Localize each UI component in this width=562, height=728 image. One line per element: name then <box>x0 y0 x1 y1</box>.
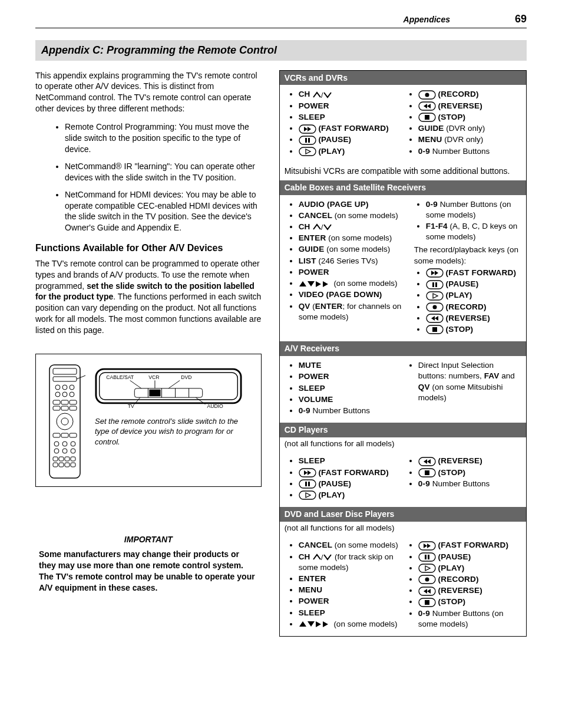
list-item: 0-9 Number Buttons <box>418 479 523 489</box>
ff-icon <box>418 541 436 551</box>
list-item: (PLAY) <box>418 563 523 574</box>
svg-point-8 <box>70 392 74 397</box>
list-item: MENU (DVR only) <box>418 134 523 145</box>
list-item: (STOP) <box>418 112 523 123</box>
ff-icon <box>299 124 316 134</box>
list-item: GUIDE (DVR only) <box>418 123 523 134</box>
svg-rect-62 <box>432 282 434 287</box>
list-item: (STOP) <box>418 597 523 607</box>
ch-up-down-icon: / <box>312 223 332 230</box>
svg-point-85 <box>425 578 429 582</box>
list-item: (REVERSE) <box>426 313 523 324</box>
svg-rect-73 <box>308 482 310 486</box>
func-list: Direct Input Selection buttons: numbers,… <box>403 360 523 417</box>
list-item: (FAST FORWARD) <box>299 123 403 134</box>
list-item: POWER <box>299 101 403 111</box>
list-item: (PAUSE) <box>426 279 523 289</box>
func-list: (FAST FORWARD) (PAUSE) (PLAY) (RECORD) (… <box>411 268 523 335</box>
list-item: POWER <box>299 267 411 278</box>
list-item: CH / <box>299 222 411 232</box>
list-item: 0-9 Number Buttons (on some models) <box>426 199 523 220</box>
panel-header: CD Players <box>280 423 526 437</box>
list-item: (STOP) <box>418 467 523 478</box>
svg-rect-88 <box>425 600 429 605</box>
svg-point-4 <box>62 385 67 390</box>
stop-icon <box>418 468 436 477</box>
list-item: (PLAY) <box>299 146 403 157</box>
list-item: CH / <box>299 89 403 100</box>
list-item: SLEEP <box>299 112 403 123</box>
list-item: (FAST FORWARD) <box>299 467 403 478</box>
list-item: (STOP) <box>426 324 523 335</box>
svg-rect-2 <box>53 377 77 381</box>
appendix-title: Appendix C: Programming the Remote Contr… <box>35 40 527 60</box>
ch-up-down-icon: / <box>312 554 332 561</box>
list-item: POWER <box>299 371 403 382</box>
svg-rect-61 <box>427 281 443 289</box>
list-item: F1-F4 (A, B, C, D keys on some models) <box>426 221 523 242</box>
list-item: NetCommand® IR "learning": You can opera… <box>65 161 262 183</box>
func-list: (REVERSE) (STOP)0-9 Number Buttons <box>403 455 523 501</box>
svg-rect-81 <box>425 555 427 559</box>
svg-rect-11 <box>70 400 77 404</box>
svg-rect-82 <box>428 555 429 559</box>
svg-rect-28 <box>65 457 70 461</box>
important-body: Some manufacturers may change their prod… <box>39 549 258 594</box>
svg-rect-69 <box>432 327 437 332</box>
pause-icon <box>299 479 316 489</box>
list-item: CANCEL (on some models) <box>299 540 403 551</box>
svg-rect-72 <box>305 482 307 486</box>
label-audio: AUDIO <box>207 403 223 409</box>
list-item: (PAUSE) <box>299 134 403 145</box>
svg-rect-29 <box>71 457 75 461</box>
panel-header: A/V Receivers <box>280 341 526 356</box>
slide-switch-icon: CABLE/SAT VCR DVD TV AUDIO <box>95 363 242 410</box>
important-box: IMPORTANT Some manufacturers may change … <box>35 534 262 593</box>
list-item: SLEEP <box>299 456 403 466</box>
svg-point-23 <box>54 449 59 453</box>
list-item: POWER <box>299 596 403 607</box>
ch-up-down-icon: / <box>312 91 332 98</box>
list-item: 0-9 Number Buttons <box>299 406 403 416</box>
pause-icon <box>426 280 444 289</box>
svg-rect-58 <box>425 115 429 120</box>
func-list: AUDIO (PAGE UP)CANCEL (on some models)CH… <box>283 199 411 336</box>
reverse-icon <box>418 587 436 596</box>
record-icon <box>426 302 444 312</box>
func-list: CH /POWERSLEEP (FAST FORWARD) (PAUSE) (P… <box>283 88 403 157</box>
panel-subnote: (not all functions for all models) <box>280 522 526 536</box>
play-icon <box>418 564 436 573</box>
panel-vcr-dvr: VCRs and DVRs CH /POWERSLEEP (FAST FORWA… <box>279 70 527 637</box>
stop-icon <box>418 598 436 607</box>
svg-rect-74 <box>299 491 316 499</box>
list-item: MUTE <box>299 360 403 371</box>
svg-point-15 <box>57 413 73 430</box>
svg-rect-42 <box>149 390 160 397</box>
figure-caption: Set the remote control's slide switch to… <box>95 416 253 447</box>
list-item: (REVERSE) <box>418 456 523 466</box>
intro-paragraph: This appendix explains programming the T… <box>35 70 262 115</box>
svg-rect-26 <box>53 457 58 461</box>
svg-rect-37 <box>134 388 202 397</box>
list-item: (PAUSE) <box>418 552 523 562</box>
label-tv: TV <box>128 403 134 409</box>
list-item: CANCEL (on some models) <box>299 210 411 221</box>
svg-text:/: / <box>321 91 323 98</box>
svg-rect-30 <box>53 463 58 467</box>
svg-rect-13 <box>61 406 68 410</box>
svg-point-5 <box>70 385 74 390</box>
func-list: (FAST FORWARD) (PAUSE) (PLAY) (RECORD) (… <box>403 539 523 630</box>
list-item: Direct Input Selection buttons: numbers,… <box>418 360 523 403</box>
arrow-keys-icon <box>299 621 332 628</box>
label-vcr: VCR <box>148 374 159 380</box>
svg-text:/: / <box>321 223 323 230</box>
func-list: MUTEPOWERSLEEPVOLUME0-9 Number Buttons <box>283 360 403 417</box>
svg-rect-19 <box>70 433 77 437</box>
page-number: 69 <box>515 12 527 26</box>
list-item: CH / (for track skip on some models) <box>299 552 403 573</box>
svg-point-55 <box>425 93 429 97</box>
svg-point-66 <box>432 305 437 309</box>
svg-rect-71 <box>299 480 316 488</box>
svg-point-24 <box>62 449 67 453</box>
svg-rect-53 <box>299 147 316 156</box>
